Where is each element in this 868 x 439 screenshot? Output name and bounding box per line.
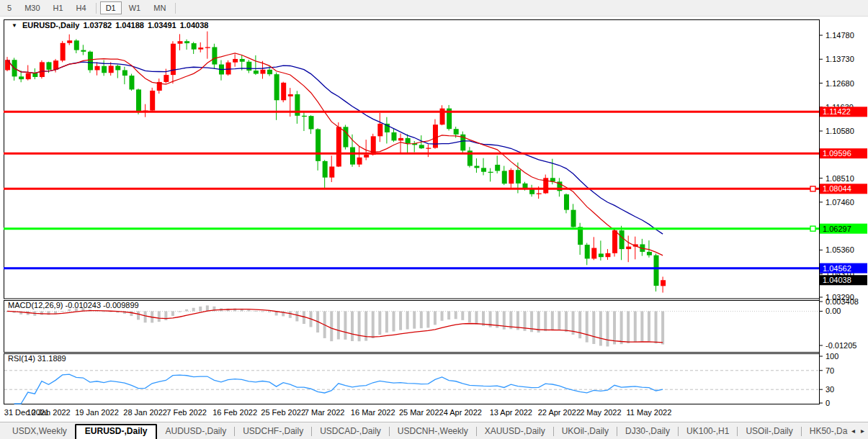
macd-bar	[586, 311, 589, 342]
macd-bar	[592, 311, 595, 344]
level-line-handle[interactable]	[810, 226, 815, 231]
candle-body	[81, 50, 86, 52]
level-line-handle[interactable]	[810, 186, 815, 191]
price-axis[interactable]: 1.147801.137301.126801.116301.105801.085…	[819, 19, 867, 407]
candle-body	[523, 184, 528, 189]
macd-bar	[606, 311, 609, 346]
candle-body	[316, 130, 321, 161]
candle-body	[391, 132, 396, 140]
candle-body	[495, 165, 500, 171]
candle-body	[474, 166, 479, 168]
date-label: 11 May 2022	[627, 408, 672, 417]
macd-bar	[447, 311, 450, 320]
macd-axis-label: 0.00	[826, 307, 841, 315]
tab-dj30-daily[interactable]: DJ30-,Daily	[617, 424, 678, 439]
macd-bar	[358, 311, 361, 341]
candle-body	[281, 83, 286, 100]
macd-bar	[461, 311, 464, 320]
date-label: 4 Apr 2022	[444, 408, 482, 417]
macd-bar	[378, 311, 381, 335]
candle-body	[419, 145, 424, 148]
candle-body	[136, 89, 141, 111]
price-level-badge-text: 1.06297	[823, 225, 851, 233]
candle-body	[647, 252, 652, 255]
candle-body	[226, 63, 231, 75]
macd-name: MACD(12,26,9)	[8, 301, 63, 309]
timeframe-button-h4[interactable]: H4	[71, 1, 92, 14]
macd-bar	[185, 309, 188, 312]
macd-bar	[558, 311, 560, 330]
tab-usdx-weekly[interactable]: USDX,Weekly	[4, 424, 75, 439]
timeframe-button-m30[interactable]: M30	[19, 1, 45, 14]
tab-scroll-right-icon[interactable]: ▸	[861, 427, 864, 435]
candle-body	[53, 60, 58, 70]
candle-body	[192, 43, 197, 50]
candle-body	[205, 47, 210, 47]
tab-ukoil-daily[interactable]: UKOil-,Daily	[554, 424, 617, 439]
macd-bar	[289, 311, 292, 317]
candle-body	[184, 41, 189, 43]
time-axis[interactable]: 31 Dec 202110 Jan 202219 Jan 202228 Jan …	[4, 408, 672, 417]
tab-eurusd-daily[interactable]: EURUSD-,Daily	[75, 424, 158, 439]
date-label: 28 Jan 2022	[123, 408, 167, 417]
candle-body	[564, 194, 569, 210]
axis-tick-label: 1.10580	[826, 127, 854, 135]
chevron-down-icon[interactable]: ▼	[12, 22, 17, 29]
ohlc-close: 1.04038	[180, 21, 209, 30]
candle-body	[309, 116, 314, 129]
tab-usoil-daily[interactable]: USOil-,Daily	[738, 424, 800, 439]
candle-body	[605, 253, 610, 257]
macd-bar	[199, 307, 202, 312]
macd-bar	[344, 311, 346, 339]
axis-tick-label: 1.14780	[826, 31, 854, 40]
macd-bar	[661, 311, 664, 344]
macd-bar	[399, 311, 402, 330]
chart-symbol-label: EURUSD-,Daily	[22, 21, 79, 30]
tab-usdchf-daily[interactable]: USDCHF-,Daily	[235, 424, 311, 439]
macd-bar	[130, 311, 133, 316]
tab-uk100-h1[interactable]: UK100-,H1	[679, 424, 737, 439]
macd-bar	[144, 311, 147, 322]
macd-bar	[158, 311, 161, 322]
tab-xauusd-daily[interactable]: XAUUSD-,Daily	[477, 424, 553, 439]
macd-bar	[648, 311, 650, 341]
timeframe-button-5[interactable]: 5	[1, 1, 17, 14]
candle-body	[212, 47, 217, 64]
tab-usdcnh-weekly[interactable]: USDCNH-,Weekly	[390, 424, 476, 439]
timeframe-button-mn[interactable]: MN	[148, 1, 171, 14]
rsi-indicator-label: RSI(14) 31.1889	[8, 354, 66, 363]
tab-audusd-daily[interactable]: AUDUSD-,Daily	[157, 424, 234, 439]
macd-bar	[385, 311, 388, 332]
macd-bar	[551, 311, 554, 330]
tab-scroll-left-icon[interactable]: ◂	[851, 427, 855, 435]
price-level-badge-text: 1.11422	[823, 107, 851, 116]
candle-body	[164, 75, 169, 82]
candle-body	[274, 74, 279, 100]
symbol-tab-bar: USDX,WeeklyEURUSD-,DailyAUDUSD-,DailyUSD…	[0, 422, 868, 439]
candle-body	[129, 76, 134, 89]
date-label: 16 Feb 2022	[212, 408, 257, 417]
macd-bar	[68, 309, 71, 312]
tab-usdcad-daily[interactable]: USDCAD-,Daily	[312, 424, 389, 439]
macd-bar	[179, 311, 182, 312]
date-label: 10 Jan 2022	[27, 408, 71, 417]
candle-body	[102, 66, 107, 73]
candle-body	[267, 70, 272, 74]
candle-body	[454, 129, 459, 135]
candle-body	[481, 168, 486, 171]
macd-bar	[192, 308, 195, 312]
macd-bar	[392, 311, 395, 331]
axis-tick-label: 1.13730	[826, 55, 854, 63]
price-chart-canvas[interactable]: 1.147801.137301.126801.116301.105801.085…	[4, 18, 868, 422]
timeframe-button-d1[interactable]: D1	[100, 1, 122, 14]
macd-bar	[102, 311, 105, 312]
timeframe-button-w1[interactable]: W1	[123, 1, 147, 14]
candle-body	[240, 59, 245, 62]
macd-bar	[434, 311, 437, 325]
candle-body	[599, 253, 604, 257]
timeframe-button-h1[interactable]: H1	[48, 1, 69, 14]
candle-body	[406, 138, 411, 143]
chart-window[interactable]: 1.147801.137301.126801.116301.105801.085…	[4, 18, 868, 422]
candle-body	[122, 70, 127, 76]
axis-tick-label: 1.08510	[826, 174, 854, 183]
